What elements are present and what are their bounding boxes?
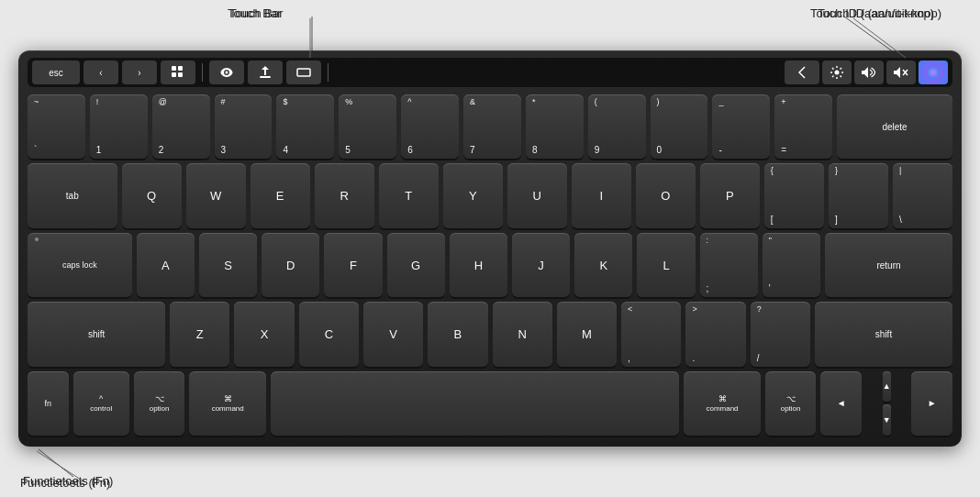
key-5[interactable]: %5 bbox=[339, 94, 396, 159]
key-x[interactable]: X bbox=[234, 302, 294, 366]
key-n[interactable]: N bbox=[493, 302, 552, 366]
key-e[interactable]: E bbox=[251, 163, 310, 227]
tb-back-key[interactable]: ‹ bbox=[84, 61, 118, 84]
key-3[interactable]: #3 bbox=[215, 94, 273, 159]
key-m[interactable]: M bbox=[557, 302, 617, 366]
svg-point-9 bbox=[835, 71, 840, 75]
key-command-left[interactable]: ⌘ command bbox=[189, 371, 266, 436]
key-t[interactable]: T bbox=[379, 163, 439, 227]
number-row: ~` !1 @2 #3 $4 %5 ^6 &7 *8 (9 )0 _- += d… bbox=[28, 94, 952, 159]
key-v[interactable]: V bbox=[363, 302, 423, 366]
key-u[interactable]: U bbox=[507, 163, 567, 227]
key-rbracket[interactable]: }] bbox=[829, 163, 888, 227]
key-lbracket[interactable]: {[ bbox=[764, 163, 824, 227]
key-arrow-left[interactable]: ◄ bbox=[820, 371, 862, 436]
key-j[interactable]: J bbox=[512, 233, 570, 297]
key-b[interactable]: B bbox=[428, 302, 487, 366]
key-equals[interactable]: += bbox=[774, 94, 832, 159]
tb-fwd-key[interactable]: › bbox=[122, 61, 157, 84]
svg-line-16 bbox=[841, 68, 842, 70]
tb-rect-key[interactable] bbox=[286, 61, 321, 84]
key-i[interactable]: I bbox=[572, 163, 631, 227]
tb-mute-key[interactable] bbox=[886, 61, 916, 84]
key-arrow-down[interactable]: ▼ bbox=[883, 404, 891, 436]
key-1[interactable]: !1 bbox=[90, 94, 148, 159]
svg-point-20 bbox=[927, 66, 940, 79]
key-o[interactable]: O bbox=[636, 163, 696, 227]
svg-rect-3 bbox=[172, 66, 176, 71]
key-delete[interactable]: delete bbox=[837, 94, 952, 159]
key-8[interactable]: *8 bbox=[526, 94, 584, 159]
key-comma[interactable]: <, bbox=[621, 302, 681, 366]
caps-lock-indicator bbox=[35, 237, 39, 241]
key-backslash[interactable]: |\ bbox=[893, 163, 952, 227]
zxcv-row: shift Z X C V B N M <, >. ?/ shift bbox=[28, 302, 952, 366]
key-4[interactable]: $4 bbox=[276, 94, 334, 159]
key-backtick[interactable]: ~` bbox=[28, 94, 85, 159]
key-minus[interactable]: _- bbox=[712, 94, 770, 159]
key-option-right[interactable]: ⌥ option bbox=[765, 371, 817, 436]
key-arrow-updown: ▲ ▼ bbox=[866, 371, 908, 436]
tb-siri-key[interactable] bbox=[919, 61, 948, 84]
svg-line-17 bbox=[832, 76, 834, 78]
key-p[interactable]: P bbox=[700, 163, 760, 227]
key-f[interactable]: F bbox=[324, 233, 382, 297]
svg-line-15 bbox=[841, 76, 842, 78]
svg-rect-5 bbox=[172, 72, 176, 77]
key-k[interactable]: K bbox=[574, 233, 632, 297]
key-6[interactable]: ^6 bbox=[401, 94, 459, 159]
key-arrow-right[interactable]: ► bbox=[911, 371, 952, 436]
tb-eye-key[interactable] bbox=[209, 61, 244, 84]
key-r[interactable]: R bbox=[315, 163, 374, 227]
key-return[interactable]: return bbox=[825, 233, 952, 297]
keyboard: esc ‹ › bbox=[18, 50, 962, 447]
tb-share-key[interactable] bbox=[248, 61, 283, 84]
tb-volume-key[interactable] bbox=[854, 61, 884, 84]
key-caps-lock[interactable]: caps lock bbox=[28, 233, 132, 297]
svg-rect-6 bbox=[178, 72, 183, 77]
key-l[interactable]: L bbox=[637, 233, 695, 297]
key-w[interactable]: W bbox=[186, 163, 246, 227]
tb-lt-key[interactable] bbox=[785, 61, 819, 84]
key-7[interactable]: &7 bbox=[463, 94, 521, 159]
key-c[interactable]: C bbox=[299, 302, 359, 366]
key-space[interactable] bbox=[271, 371, 679, 436]
svg-rect-7 bbox=[260, 76, 271, 78]
tb-esc-key[interactable]: esc bbox=[32, 61, 80, 84]
key-shift-left[interactable]: shift bbox=[28, 302, 165, 366]
key-y[interactable]: Y bbox=[443, 163, 503, 227]
svg-line-2 bbox=[39, 449, 73, 477]
qwerty-row: tab Q W E R T Y U I O P {[ }] |\ bbox=[28, 163, 952, 227]
key-0[interactable]: )0 bbox=[651, 94, 708, 159]
key-s[interactable]: S bbox=[199, 233, 257, 297]
key-option-left[interactable]: ⌥ option bbox=[134, 371, 185, 436]
key-9[interactable]: (9 bbox=[588, 94, 646, 159]
key-command-right[interactable]: ⌘ command bbox=[684, 371, 761, 436]
key-z[interactable]: Z bbox=[170, 302, 229, 366]
svg-rect-4 bbox=[178, 66, 183, 71]
key-d[interactable]: D bbox=[262, 233, 319, 297]
key-semicolon[interactable]: :; bbox=[700, 233, 758, 297]
key-period[interactable]: >. bbox=[685, 302, 745, 366]
fn-label: Functietoets (Fn) bbox=[20, 476, 110, 490]
key-tab[interactable]: tab bbox=[28, 163, 117, 227]
svg-rect-8 bbox=[297, 69, 310, 76]
key-shift-right[interactable]: shift bbox=[815, 302, 952, 366]
touch-id-label: Touch ID (aan/uit-knop) bbox=[818, 6, 941, 20]
key-control[interactable]: ^ control bbox=[73, 371, 129, 436]
tb-separator2 bbox=[328, 63, 329, 82]
key-g[interactable]: G bbox=[387, 233, 445, 297]
key-quote[interactable]: "' bbox=[763, 233, 820, 297]
key-q[interactable]: Q bbox=[122, 163, 182, 227]
key-arrow-up[interactable]: ▲ bbox=[883, 371, 891, 403]
key-2[interactable]: @2 bbox=[152, 94, 210, 159]
key-h[interactable]: H bbox=[450, 233, 507, 297]
tb-grid-key[interactable] bbox=[161, 61, 195, 84]
tb-right-controls bbox=[785, 61, 948, 84]
svg-line-14 bbox=[832, 68, 834, 70]
key-slash[interactable]: ?/ bbox=[751, 302, 810, 366]
key-a[interactable]: A bbox=[137, 233, 195, 297]
key-fn[interactable]: fn bbox=[28, 371, 69, 436]
tb-separator1 bbox=[202, 63, 203, 82]
tb-brightness-key[interactable] bbox=[822, 61, 852, 84]
